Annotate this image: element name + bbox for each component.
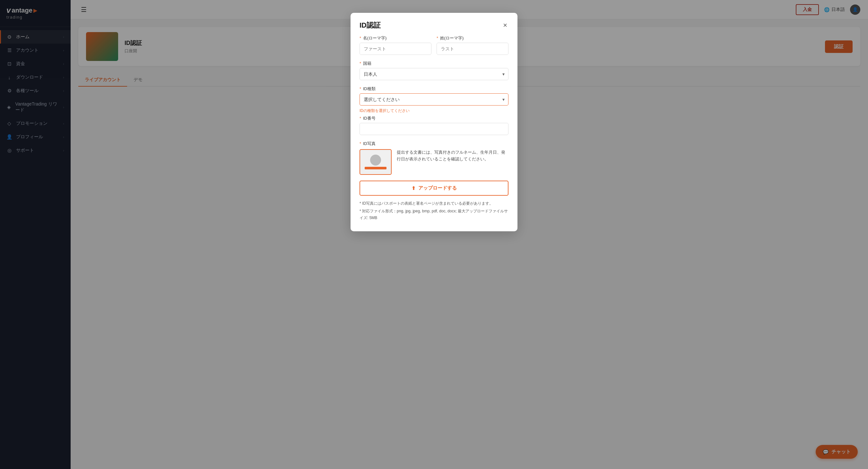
upload-icon: ⬆ — [411, 186, 416, 191]
modal-body: * 名(ローマ字) * 姓(ローマ字) * 国籍 — [350, 35, 518, 231]
id-type-select[interactable]: 選択してください — [360, 93, 508, 105]
id-number-label: * ID番号 — [360, 115, 508, 121]
notes-section: * ID写真にはパスポートの表紙と署名ページが含まれている必要があります。 * … — [360, 200, 508, 221]
name-row: * 名(ローマ字) * 姓(ローマ字) — [360, 35, 508, 55]
id-photo-preview — [360, 149, 392, 175]
id-type-select-wrapper: 選択してください ▾ — [360, 93, 508, 105]
last-name-input[interactable] — [437, 43, 508, 55]
first-name-label: * 名(ローマ字) — [360, 35, 431, 41]
id-type-label: * ID種類 — [360, 86, 508, 92]
upload-label: アップロードする — [418, 185, 457, 191]
modal-title: ID認証 — [360, 21, 381, 30]
photo-avatar — [370, 155, 381, 166]
nationality-label: * 国籍 — [360, 61, 508, 66]
last-name-group: * 姓(ローマ字) — [437, 35, 508, 55]
modal-overlay[interactable]: ID認証 × * 名(ローマ字) * 姓(ローマ字) — [0, 0, 868, 469]
nationality-select-wrapper: 日本人 ▾ — [360, 68, 508, 80]
nationality-group: * 国籍 日本人 ▾ — [360, 61, 508, 80]
last-name-label: * 姓(ローマ字) — [437, 35, 508, 41]
id-photo-description: 提出する文書には、写真付きのフルネーム、生年月日、発行日が表示されていることを確… — [397, 149, 508, 163]
id-type-error: IDの種類を選択してください — [360, 108, 508, 113]
modal-header: ID認証 × — [350, 13, 518, 35]
id-type-group: * ID種類 選択してください ▾ IDの種類を選択してください — [360, 86, 508, 113]
id-verification-modal: ID認証 × * 名(ローマ字) * 姓(ローマ字) — [350, 13, 518, 231]
note-1: * ID写真にはパスポートの表紙と署名ページが含まれている必要があります。 — [360, 200, 508, 207]
id-photo-section: 提出する文書には、写真付きのフルネーム、生年月日、発行日が表示されていることを確… — [360, 149, 508, 175]
note-2: * 対応ファイル形式：png, jpg, jpeg, bmp, pdf, doc… — [360, 208, 508, 221]
upload-button[interactable]: ⬆ アップロードする — [360, 180, 508, 196]
id-photo-section-label: * ID写真 — [360, 141, 508, 146]
id-number-group: * ID番号 — [360, 115, 508, 135]
first-name-group: * 名(ローマ字) — [360, 35, 431, 55]
first-name-input[interactable] — [360, 43, 431, 55]
photo-bar — [365, 167, 386, 169]
id-number-input[interactable] — [360, 123, 508, 135]
nationality-select[interactable]: 日本人 — [360, 68, 508, 80]
modal-close-button[interactable]: × — [502, 21, 508, 30]
